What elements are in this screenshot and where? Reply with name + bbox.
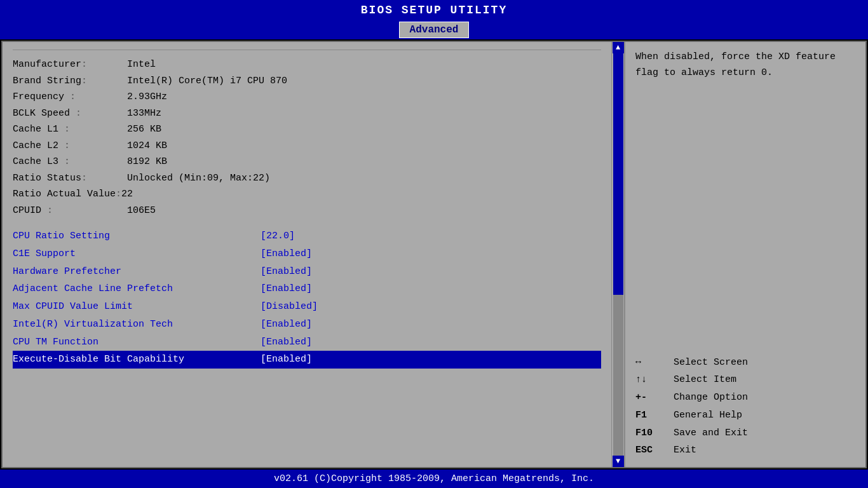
ratio-status-value: Unlocked (Min:09, Max:22)	[127, 170, 270, 187]
info-cpuid: CPUID : 106E5	[13, 203, 601, 219]
divider	[13, 50, 601, 50]
menu-item-value: [Enabled]	[261, 263, 312, 281]
menu-item-label: Execute-Disable Bit Capability	[13, 351, 261, 369]
nav-key: ↔	[635, 354, 674, 372]
info-cache-l1: Cache L1 : 256 KB	[13, 121, 601, 138]
info-ratio-status: Ratio Status: Unlocked (Min:09, Max:22)	[13, 170, 601, 187]
menu-item[interactable]: Hardware Prefetcher[Enabled]	[13, 263, 601, 281]
info-bclk: BCLK Speed : 133MHz	[13, 105, 601, 122]
nav-row: ↑↓Select Item	[635, 371, 855, 389]
nav-key: ↑↓	[635, 371, 674, 389]
nav-row: ↔Select Screen	[635, 354, 855, 372]
menu-item[interactable]: Max CPUID Value Limit[Disabled]	[13, 298, 601, 316]
nav-action: Save and Exit	[674, 424, 748, 442]
menu-item-value: [Enabled]	[261, 245, 312, 263]
cache-l2-label: Cache L2 :	[13, 138, 127, 154]
brand-value: Intel(R) Core(TM) i7 CPU 870	[127, 73, 287, 90]
menu-item-value: [Enabled]	[261, 334, 312, 351]
menu-item-label: Hardware Prefetcher	[13, 263, 261, 281]
info-frequency: Frequency : 2.93GHz	[13, 89, 601, 105]
menu-item-label: CPU Ratio Setting	[13, 227, 261, 245]
menu-item-value: [Disabled]	[261, 298, 318, 316]
scroll-thumb	[613, 53, 623, 295]
scroll-track	[613, 53, 623, 456]
menu-item-value: [Enabled]	[261, 351, 312, 369]
tab-bar: Advanced	[0, 20, 868, 39]
brand-label: Brand String:	[13, 73, 127, 90]
right-panel: When disabled, force the XD feature flag…	[624, 42, 865, 467]
menu-item-label: Adjacent Cache Line Prefetch	[13, 280, 261, 298]
info-brand: Brand String: Intel(R) Core(TM) i7 CPU 8…	[13, 73, 601, 90]
cpuid-value: 106E5	[127, 203, 156, 219]
scroll-down-button[interactable]: ▼	[613, 456, 624, 467]
footer-text: v02.61 (C)Copyright 1985-2009, American …	[274, 473, 594, 484]
nav-key: ESC	[635, 442, 674, 459]
frequency-value: 2.93GHz	[127, 89, 167, 105]
menu-item[interactable]: Intel(R) Virtualization Tech[Enabled]	[13, 316, 601, 334]
menu-item-label: CPU TM Function	[13, 334, 261, 351]
nav-action: Change Option	[674, 389, 748, 407]
menu-item-label: Intel(R) Virtualization Tech	[13, 316, 261, 334]
scroll-up-button[interactable]: ▲	[613, 42, 624, 53]
menu-item[interactable]: C1E Support[Enabled]	[13, 245, 601, 263]
bclk-value: 133MHz	[127, 105, 161, 122]
nav-help: ↔Select Screen↑↓Select Item+-Change Opti…	[635, 354, 855, 460]
menu-item-label: Max CPUID Value Limit	[13, 298, 261, 316]
cache-l3-value: 8192 KB	[127, 154, 167, 170]
info-manufacturer: Manufacturer: Intel	[13, 57, 601, 73]
info-cache-l2: Cache L2 : 1024 KB	[13, 138, 601, 154]
nav-key: F10	[635, 424, 674, 442]
menu-item[interactable]: CPU Ratio Setting[22.0]	[13, 227, 601, 245]
cache-l2-value: 1024 KB	[127, 138, 167, 154]
menu-item[interactable]: Adjacent Cache Line Prefetch[Enabled]	[13, 280, 601, 298]
nav-action: Select Item	[674, 371, 736, 389]
info-ratio-actual: Ratio Actual Value: 22	[13, 186, 601, 203]
nav-action: Select Screen	[674, 354, 748, 372]
menu-item[interactable]: CPU TM Function[Enabled]	[13, 334, 601, 351]
cache-l3-label: Cache L3 :	[13, 154, 127, 170]
ratio-actual-label: Ratio Actual Value:	[13, 186, 121, 203]
menu-item-value: [Enabled]	[261, 316, 312, 334]
menu-item-value: [Enabled]	[261, 280, 312, 298]
nav-row: F10Save and Exit	[635, 424, 855, 442]
ratio-actual-value: 22	[121, 186, 133, 203]
nav-key: F1	[635, 407, 674, 424]
menu-item-label: C1E Support	[13, 245, 261, 263]
menu-item-value: [22.0]	[261, 227, 295, 245]
left-panel: Manufacturer: Intel Brand String: Intel(…	[3, 42, 611, 467]
nav-action: General Help	[674, 407, 742, 424]
footer-bar: v02.61 (C)Copyright 1985-2009, American …	[0, 470, 868, 488]
bclk-label: BCLK Speed :	[13, 105, 127, 122]
tab-advanced[interactable]: Advanced	[399, 22, 470, 38]
title-bar: BIOS SETUP UTILITY	[0, 0, 868, 20]
bios-screen: BIOS SETUP UTILITY Advanced Manufacturer…	[0, 0, 868, 488]
nav-key: +-	[635, 389, 674, 407]
manufacturer-label: Manufacturer:	[13, 57, 127, 73]
menu-section: CPU Ratio Setting[22.0]C1E Support[Enabl…	[13, 227, 601, 369]
manufacturer-value: Intel	[127, 57, 156, 73]
nav-action: Exit	[674, 442, 696, 459]
bios-title: BIOS SETUP UTILITY	[361, 4, 507, 17]
menu-item[interactable]: Execute-Disable Bit Capability[Enabled]	[13, 351, 601, 369]
nav-row: +-Change Option	[635, 389, 855, 407]
cache-l1-value: 256 KB	[127, 121, 161, 138]
ratio-status-label: Ratio Status:	[13, 170, 127, 187]
nav-row: ESCExit	[635, 442, 855, 459]
cpu-info-section: Manufacturer: Intel Brand String: Intel(…	[13, 57, 601, 219]
scrollbar[interactable]: ▲ ▼	[611, 42, 624, 467]
main-content: Manufacturer: Intel Brand String: Intel(…	[1, 41, 867, 468]
info-cache-l3: Cache L3 : 8192 KB	[13, 154, 601, 170]
frequency-label: Frequency :	[13, 89, 127, 105]
cache-l1-label: Cache L1 :	[13, 121, 127, 138]
cpuid-label: CPUID :	[13, 203, 127, 219]
nav-row: F1General Help	[635, 407, 855, 424]
help-text: When disabled, force the XD feature flag…	[635, 50, 855, 81]
